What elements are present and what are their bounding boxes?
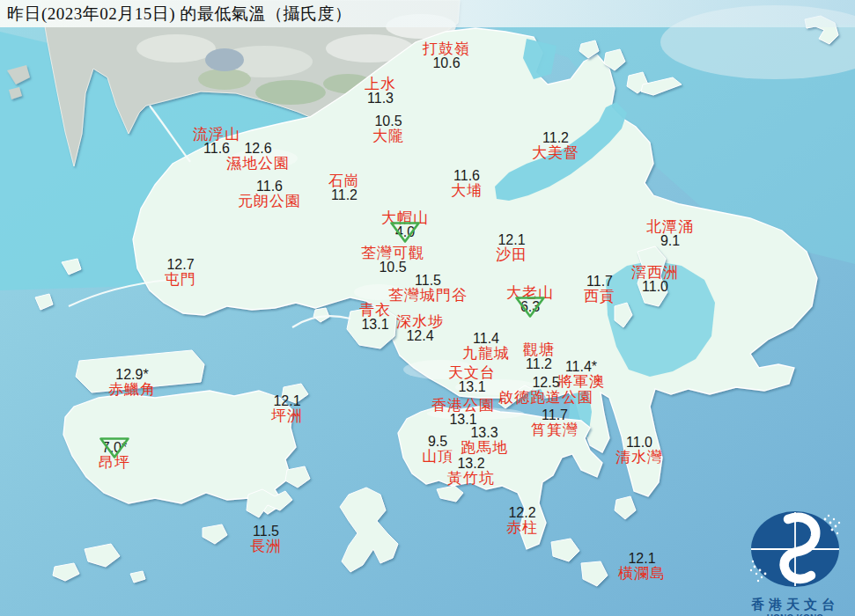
station-value: 13.1: [361, 317, 388, 332]
station-label: 北潭涌 9.1: [646, 219, 694, 249]
station-label: 荃灣可觀 10.5: [361, 246, 424, 275]
station-value: 9.5: [428, 434, 447, 449]
station-value: 12.9*: [115, 367, 148, 382]
station-value-wrap: 11.2: [542, 131, 569, 145]
station-value-wrap: 13.3: [470, 426, 498, 440]
min-marker-icon: [389, 221, 421, 244]
station-name: 元朗公園: [238, 194, 301, 209]
station-value-wrap: 11.0: [642, 280, 668, 294]
station-name: 九龍城: [462, 346, 510, 361]
station-value: 10.6: [432, 55, 460, 70]
station-label: 12.2 赤柱: [506, 506, 538, 536]
station-value-wrap: 11.4*: [565, 360, 597, 374]
station-value: 13.3: [470, 425, 498, 440]
station-label: 11.5 長洲: [250, 524, 282, 554]
station-label: 11.4 九龍城: [462, 332, 510, 362]
station-value-wrap: 13.1: [458, 380, 485, 394]
station-name: 天文台: [448, 365, 496, 380]
station-label: 滘西洲 11.0: [631, 265, 679, 295]
station-label: 香港公園 13.1: [431, 398, 495, 428]
station-value-wrap: 11.7: [542, 408, 568, 422]
station-value: 10.5: [374, 114, 402, 128]
station-value-wrap: 9.5: [428, 435, 447, 449]
station-name: 沙田: [496, 247, 527, 262]
station-label: 12.5 啟德跑道公園: [498, 376, 593, 406]
station-label: 深水埗 12.4: [396, 314, 444, 344]
station-value-wrap: 11.7: [586, 275, 613, 289]
station-name: 赤柱: [506, 520, 538, 535]
station-label: 11.6 大埔: [451, 169, 483, 199]
station-value-wrap: 6.3: [520, 300, 540, 314]
station-value: 12.1: [628, 551, 655, 566]
station-name: 流浮山: [193, 127, 240, 142]
station-value-wrap: 12.2: [508, 506, 535, 520]
station-value-wrap: 7.0*: [102, 441, 127, 455]
station-value-wrap: 4.0: [395, 225, 415, 239]
station-label: 7.0* 昂坪: [99, 441, 130, 471]
station-value: 13.1: [458, 379, 485, 394]
station-name: 啟德跑道公園: [498, 390, 593, 405]
station-name: 打鼓嶺: [423, 41, 470, 56]
station-value-wrap: 12.7: [166, 258, 194, 272]
station-value: 11.3: [367, 91, 394, 106]
station-value: 10.5: [379, 260, 406, 275]
station-name: 筲箕灣: [531, 422, 579, 437]
station-value: 11.5: [415, 273, 441, 288]
station-value-wrap: 11.5: [415, 274, 441, 288]
station-label: 11.7 西貢: [584, 275, 615, 304]
station-name: 西貢: [584, 289, 615, 304]
station-name: 大埔: [451, 183, 483, 198]
station-value: 12.7: [166, 257, 194, 272]
station-value-wrap: 11.6: [453, 169, 480, 183]
station-value: 11.7: [542, 407, 568, 422]
station-name: 青衣: [359, 303, 391, 318]
station-value-wrap: 11.0: [626, 436, 652, 450]
station-name: 赤鱲角: [108, 382, 156, 397]
station-value-wrap: 11.2: [526, 357, 552, 371]
station-label: 石崗 11.2: [328, 173, 360, 203]
station-name: 上水: [365, 77, 396, 92]
station-label: 大帽山 4.0: [381, 210, 429, 240]
station-value-wrap: 11.5: [253, 524, 279, 539]
station-name: 黃竹坑: [447, 471, 495, 486]
station-name: 大隴: [372, 128, 404, 143]
station-value: 12.1: [273, 393, 300, 408]
station-value: 11.5: [253, 524, 279, 539]
min-marker-icon: [99, 436, 130, 459]
station-value: 11.4: [473, 331, 499, 346]
station-value: 12.4: [406, 328, 433, 343]
station-name: 滘西洲: [631, 265, 679, 280]
station-label: 12.1 沙田: [496, 233, 527, 263]
station-value: 9.1: [660, 233, 680, 248]
station-value: 11.2: [526, 356, 552, 371]
station-label: 11.0 清水灣: [615, 436, 663, 466]
station-value-wrap: 9.1: [660, 234, 680, 248]
station-label: 天文台 13.1: [448, 365, 496, 395]
min-marker-icon: [514, 296, 546, 319]
station-label: 12.6 濕地公園: [226, 142, 290, 172]
station-value: 11.2: [542, 130, 569, 145]
station-name: 荃灣城門谷: [388, 288, 468, 303]
station-value-wrap: 13.2: [457, 457, 484, 471]
station-value-wrap: 12.5: [532, 376, 559, 390]
station-value: 12.2: [508, 505, 535, 520]
station-name: 濕地公園: [226, 156, 290, 171]
station-label: 大老山 6.3: [506, 285, 554, 315]
station-value: 11.6: [453, 168, 480, 183]
station-value: 11.0: [626, 435, 652, 450]
station-value-wrap: 12.1: [628, 552, 655, 566]
hko-logo-icon: [733, 508, 855, 592]
station-value-wrap: 11.3: [367, 92, 394, 106]
station-name: 長洲: [250, 539, 282, 554]
station-name: 屯門: [165, 272, 196, 287]
station-name: 深水埗: [396, 314, 444, 329]
station-value: 11.0: [642, 279, 668, 294]
station-label: 11.6 元朗公園: [238, 180, 301, 209]
station-name: 觀塘: [523, 342, 555, 357]
station-value-wrap: 13.1: [361, 318, 388, 332]
station-value: 11.2: [331, 187, 357, 202]
station-label: 打鼓嶺 10.6: [423, 41, 470, 71]
station-name: 跑馬地: [461, 440, 508, 455]
station-label: 觀塘 11.2: [523, 342, 555, 372]
station-label: 13.3 跑馬地: [461, 426, 508, 456]
